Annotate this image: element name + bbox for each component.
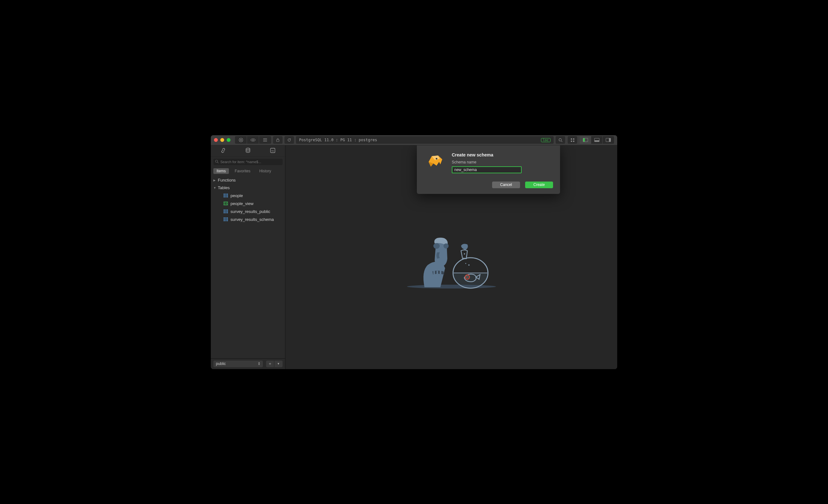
create-button[interactable]: Create (525, 181, 553, 188)
table-label: survey_results_public (231, 209, 270, 214)
svg-rect-40 (437, 271, 438, 275)
table-label: people (231, 193, 243, 198)
create-schema-dialog: Create new schema Schema name Cancel Cre… (417, 145, 560, 194)
svg-line-10 (561, 141, 562, 142)
svg-point-53 (436, 158, 438, 159)
dialog-buttons: Cancel Create (452, 181, 553, 188)
app-window: PostgreSQL 11.0 : PG 11 : postgres loc (211, 135, 617, 369)
chevron-down-icon: ▼ (213, 186, 216, 190)
svg-rect-28 (223, 209, 228, 213)
minimize-window-button[interactable] (220, 138, 224, 142)
svg-point-3 (251, 139, 255, 141)
svg-point-9 (559, 138, 561, 141)
svg-point-43 (444, 243, 449, 249)
tab-history[interactable]: History (256, 168, 274, 174)
location-badge: loc (541, 138, 550, 142)
tab-favorites[interactable]: Favorites (232, 168, 253, 174)
svg-point-47 (466, 256, 467, 257)
svg-line-19 (217, 162, 218, 163)
breadcrumb[interactable]: PostgreSQL 11.0 : PG 11 : postgres loc (296, 136, 554, 144)
toolbar-right (555, 136, 614, 144)
database-icon[interactable] (245, 148, 251, 154)
sql-icon[interactable]: SQL (270, 148, 276, 154)
dialog-label: Schema name (452, 160, 553, 164)
svg-point-27 (225, 203, 226, 204)
schema-name-input[interactable] (452, 166, 522, 173)
table-item-people[interactable]: people (211, 192, 285, 200)
svg-rect-8 (277, 140, 279, 141)
search-button[interactable] (555, 136, 565, 144)
search-row (211, 157, 285, 167)
footer-button-group: ＋ ▼ (266, 361, 283, 367)
svg-point-18 (216, 160, 218, 162)
svg-point-4 (252, 139, 254, 140)
tree-functions[interactable]: ▶ Functions (211, 176, 285, 184)
table-item-people-view[interactable]: people_view (211, 200, 285, 208)
table-label: survey_results_schema (231, 217, 274, 222)
layout-left-button[interactable] (580, 136, 591, 144)
titlebar: PostgreSQL 11.0 : PG 11 : postgres loc (211, 135, 617, 145)
svg-point-46 (464, 253, 465, 255)
layout-toggle-group (580, 136, 614, 144)
svg-point-38 (407, 285, 496, 289)
view-icon (223, 202, 228, 205)
cancel-button[interactable]: Cancel (492, 181, 520, 188)
dialog-title: Create new schema (452, 152, 553, 158)
schema-name: public (216, 362, 226, 366)
toolbar-group-1 (235, 136, 271, 144)
table-label: people_view (231, 201, 253, 206)
svg-point-42 (433, 243, 440, 249)
table-icon (223, 217, 228, 221)
lock-button[interactable] (273, 136, 283, 144)
svg-point-50 (465, 263, 466, 264)
layout-right-button[interactable] (603, 136, 614, 144)
elephant-icon (424, 152, 446, 169)
list-view-button[interactable] (259, 136, 271, 144)
body: SQL Items Favorites History ▶ Functions (211, 145, 617, 369)
svg-point-51 (466, 276, 469, 279)
add-button[interactable]: ＋ (266, 361, 274, 367)
search-icon (215, 160, 219, 163)
dialog-body: Create new schema Schema name Cancel Cre… (452, 152, 553, 188)
table-item-survey-schema[interactable]: survey_results_schema (211, 215, 285, 223)
close-window-button[interactable] (214, 138, 218, 142)
grid-button[interactable] (568, 136, 577, 144)
refresh-button[interactable] (285, 136, 294, 144)
svg-rect-39 (433, 271, 435, 275)
updown-icon: ▲▼ (258, 362, 260, 366)
svg-point-48 (463, 258, 464, 259)
sidebar-footer: public ▲▼ ＋ ▼ (211, 358, 285, 369)
layout-bottom-button[interactable] (591, 136, 603, 144)
svg-rect-14 (573, 140, 574, 142)
svg-point-49 (468, 264, 469, 266)
sidebar: SQL Items Favorites History ▶ Functions (211, 145, 285, 369)
svg-text:SQL: SQL (271, 150, 274, 152)
empty-state-illustration (405, 224, 497, 290)
table-icon (223, 194, 228, 198)
preview-button[interactable] (247, 136, 259, 144)
search-input[interactable] (213, 159, 283, 165)
table-icon (223, 209, 228, 213)
zoom-window-button[interactable] (227, 138, 231, 142)
main-content: Create new schema Schema name Cancel Cre… (285, 145, 617, 369)
dropdown-button[interactable]: ▼ (274, 361, 283, 367)
tree-label: Functions (218, 178, 236, 182)
stop-button[interactable] (235, 136, 247, 144)
svg-point-15 (246, 148, 250, 150)
connection-icon[interactable] (220, 148, 226, 154)
svg-rect-12 (573, 138, 574, 140)
table-item-survey-public[interactable]: survey_results_public (211, 208, 285, 215)
tab-items[interactable]: Items (213, 168, 229, 174)
chevron-right-icon: ▶ (213, 179, 216, 182)
sidebar-tree: ▶ Functions ▼ Tables people people_view (211, 175, 285, 358)
svg-rect-33 (223, 217, 228, 221)
tree-label: Tables (218, 185, 230, 190)
sidebar-top-tabs: SQL (211, 145, 285, 157)
tree-tables[interactable]: ▼ Tables (211, 184, 285, 192)
filter-tabs: Items Favorites History (211, 167, 285, 175)
svg-rect-11 (571, 138, 572, 140)
schema-selector[interactable]: public ▲▼ (213, 361, 263, 367)
svg-rect-41 (440, 271, 441, 275)
svg-rect-13 (571, 140, 572, 142)
breadcrumb-text: PostgreSQL 11.0 : PG 11 : postgres (299, 138, 377, 142)
